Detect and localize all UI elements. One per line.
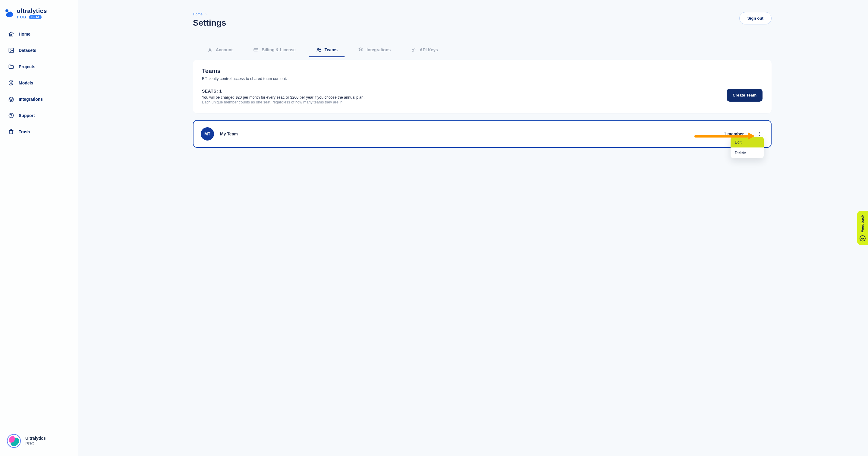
seats-charge-sub: Each unique member counts as one seat, r… — [202, 100, 364, 104]
seats-label: SEATS: — [202, 89, 218, 93]
svg-rect-6 — [254, 49, 258, 51]
command-icon — [8, 80, 14, 86]
team-avatar: MT — [201, 127, 214, 141]
svg-point-9 — [412, 50, 414, 51]
sidebar-item-label: Integrations — [19, 97, 43, 102]
sidebar-item-label: Home — [19, 32, 30, 36]
sign-out-button[interactable]: Sign out — [739, 12, 772, 24]
feedback-tab[interactable]: Feedback — [857, 211, 868, 245]
main: Home › Settings Sign out Account — [79, 0, 868, 456]
smile-icon — [860, 235, 866, 241]
layers-icon — [8, 96, 14, 103]
svg-point-3 — [11, 116, 11, 117]
sidebar-item-integrations[interactable]: Integrations — [5, 93, 73, 106]
tab-label: Integrations — [367, 47, 391, 52]
svg-point-7 — [317, 49, 319, 50]
sidebar-item-support[interactable]: Support — [5, 109, 73, 122]
sidebar-item-label: Trash — [19, 130, 30, 134]
home-icon — [8, 31, 14, 37]
sidebar-item-label: Support — [19, 113, 35, 118]
team-menu: Edit Delete — [731, 137, 764, 158]
tab-label: Account — [216, 47, 233, 52]
users-icon — [316, 47, 321, 53]
tab-label: Billing & License — [261, 47, 296, 52]
sidebar: ultralytics HUB BETA Home — [0, 0, 79, 456]
svg-point-12 — [759, 135, 760, 136]
sidebar-item-home[interactable]: Home — [5, 28, 73, 40]
trash-icon — [8, 129, 14, 135]
sidebar-item-label: Models — [19, 81, 33, 85]
svg-point-5 — [209, 48, 211, 50]
team-card[interactable]: MT My Team 1 member — [193, 120, 772, 148]
help-icon — [8, 112, 14, 119]
panel-description: Efficiently control access to shared tea… — [202, 76, 763, 81]
brand-sub: HUB — [17, 16, 27, 19]
svg-rect-4 — [10, 131, 13, 134]
image-icon — [8, 47, 14, 54]
avatar[interactable] — [7, 434, 21, 448]
tab-api-keys[interactable]: API Keys — [410, 45, 439, 57]
account-plan: PRO — [25, 441, 46, 446]
sidebar-item-datasets[interactable]: Datasets — [5, 44, 73, 57]
sidebar-item-label: Projects — [19, 64, 35, 69]
team-card-wrapper: MT My Team 1 member Edit Delete — [193, 120, 772, 148]
svg-point-11 — [759, 134, 760, 134]
create-team-button[interactable]: Create Team — [727, 89, 763, 102]
sidebar-item-projects[interactable]: Projects — [5, 60, 73, 73]
sidebar-footer: Ultralytics PRO — [5, 430, 73, 452]
logo-icon — [5, 9, 14, 18]
tab-teams[interactable]: Teams — [315, 45, 339, 57]
teams-panel: Teams Efficiently control access to shar… — [193, 60, 772, 113]
svg-point-10 — [759, 132, 760, 133]
key-icon — [411, 47, 416, 53]
panel-title: Teams — [202, 67, 763, 75]
brand-badge: BETA — [29, 15, 41, 19]
brand: ultralytics HUB BETA — [5, 8, 73, 19]
tab-account[interactable]: Account — [206, 45, 234, 57]
sidebar-nav: Home Datasets Projects — [5, 28, 73, 138]
svg-point-1 — [10, 49, 11, 50]
tab-billing[interactable]: Billing & License — [252, 45, 297, 57]
annotation-arrow — [694, 133, 755, 139]
chevron-right-icon: › — [205, 12, 207, 16]
folder-icon — [8, 63, 14, 70]
page-title: Settings — [193, 18, 226, 28]
card-icon — [253, 47, 258, 53]
user-icon — [207, 47, 213, 53]
team-name: My Team — [220, 132, 238, 136]
svg-point-8 — [319, 49, 321, 50]
brand-name: ultralytics — [17, 8, 47, 14]
tab-label: API Keys — [420, 47, 438, 52]
account-name: Ultralytics — [25, 435, 46, 441]
sidebar-item-models[interactable]: Models — [5, 77, 73, 89]
tabs: Account Billing & License Teams — [193, 45, 772, 57]
tab-label: Teams — [324, 47, 338, 52]
seats-value: 1 — [219, 89, 222, 93]
menu-delete[interactable]: Delete — [731, 147, 764, 158]
feedback-label: Feedback — [861, 215, 865, 232]
sidebar-item-trash[interactable]: Trash — [5, 125, 73, 138]
tab-integrations[interactable]: Integrations — [357, 45, 392, 57]
layers-icon — [358, 47, 364, 53]
seats-charge-line: You will be charged $20 per month for ev… — [202, 95, 364, 99]
breadcrumb[interactable]: Home › — [193, 12, 226, 16]
sidebar-item-label: Datasets — [19, 48, 36, 53]
